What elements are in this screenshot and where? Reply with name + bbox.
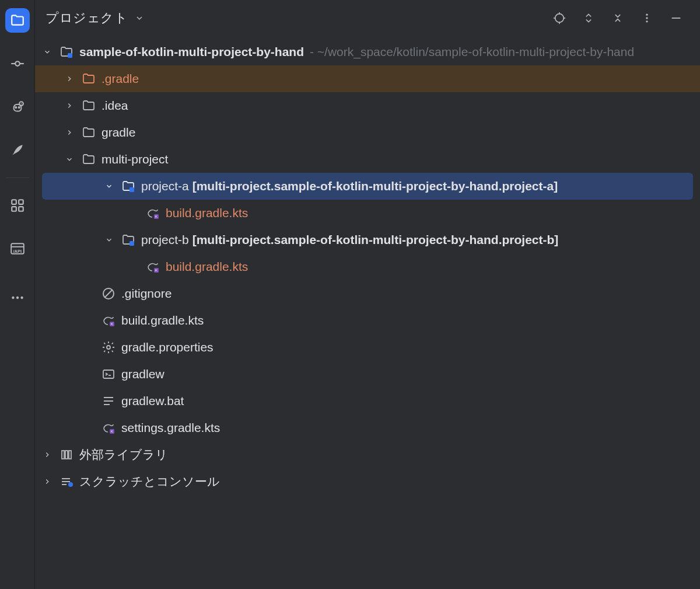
module-folder-icon [58,45,75,59]
tree-item-gradle-properties[interactable]: gradle.properties [35,334,700,361]
tree-item-label: multi-project [102,152,168,166]
tree-root[interactable]: sample-of-kotlin-multi-project-by-hand -… [35,39,700,65]
gradle-kts-icon: K [145,260,161,274]
gear-icon [100,340,117,354]
tree-item-label: build.gradle.kts [166,206,248,220]
svg-point-37 [107,346,110,349]
more-tool-button[interactable] [5,285,30,310]
svg-rect-7 [12,200,16,204]
svg-rect-38 [103,370,114,378]
svg-point-4 [18,107,19,108]
tree-item-scratches[interactable]: スクラッチとコンソール [35,468,700,495]
gradle-kts-icon: K [100,421,117,435]
chevron-down-icon [135,13,144,23]
tree-item-label: project-a [141,179,189,193]
svg-rect-8 [19,200,23,204]
folder-icon [80,72,97,86]
commit-tool-button[interactable] [5,51,30,76]
svg-point-3 [15,107,16,108]
chevron-down-icon [63,153,76,166]
api-tool-button[interactable]: /API [5,236,30,261]
svg-point-23 [646,17,648,19]
tree-item-idea[interactable]: .idea [35,92,700,119]
commit-icon [10,56,25,71]
tree-item-gradlew[interactable]: gradlew [35,361,700,388]
svg-point-14 [12,297,14,299]
module-folder-icon [120,179,136,193]
tree-item-gradle[interactable]: gradle [35,119,700,146]
chevron-down-icon [103,180,116,193]
tree-item-project-a[interactable]: project-a [multi-project.sample-of-kotli… [42,173,693,200]
minimize-icon [670,12,682,25]
ignore-icon [100,287,117,301]
svg-point-15 [16,297,18,299]
tree-item-label: gradlew [121,367,164,381]
tree-item-label: project-b [141,233,189,247]
svg-text:K: K [155,215,158,218]
svg-rect-26 [68,53,72,58]
text-file-icon [100,394,117,408]
svg-rect-46 [65,451,68,459]
project-tree: sample-of-kotlin-multi-project-by-hand -… [35,36,700,589]
chevron-down-icon [103,233,116,246]
tree-item-project-b[interactable]: project-b [multi-project.sample-of-kotli… [35,226,700,253]
chevron-down-icon [41,46,54,58]
tree-item-project-b-build[interactable]: K build.gradle.kts [35,253,700,280]
copilot-tool-button[interactable]: ? [5,95,30,119]
folder-icon [80,152,97,166]
tree-item-label: .idea [102,99,128,113]
tree-item-label: gradle.properties [121,340,214,354]
left-toolbar: ? /API [0,0,35,589]
ellipsis-icon [10,290,25,305]
svg-rect-27 [130,187,134,192]
panel-title-dropdown[interactable]: プロジェクト [46,9,144,27]
api-icon: /API [10,241,25,256]
gradle-kts-icon: K [145,206,161,220]
quill-icon [10,142,25,158]
quill-tool-button[interactable] [5,138,30,162]
tree-item-label: sample-of-kotlin-multi-project-by-hand [79,45,304,59]
tree-item-gitignore[interactable]: .gitignore [35,280,700,307]
svg-text:K: K [155,269,158,272]
tree-item-settings-gradle[interactable]: K settings.gradle.kts [35,414,700,441]
tree-item-label: .gradle [102,72,139,86]
tree-item-suffix: [multi-project.sample-of-kotlin-multi-pr… [192,233,559,247]
tree-item-gradle-hidden[interactable]: .gradle [35,65,700,92]
tree-item-build-gradle[interactable]: K build.gradle.kts [35,307,700,334]
toolbar-separator [6,177,29,178]
library-icon [58,448,75,462]
structure-tool-button[interactable] [5,193,30,218]
chevron-right-icon [41,475,54,488]
tree-item-label: gradlew.bat [121,394,184,408]
select-opened-file-button[interactable] [552,11,567,26]
structure-icon [10,198,25,213]
tree-item-label: build.gradle.kts [121,313,204,327]
svg-text:/API: /API [13,249,22,254]
svg-text:K: K [111,322,113,326]
expand-collapse-icon [583,12,594,24]
svg-point-17 [555,14,564,23]
hide-panel-button[interactable] [668,11,684,26]
svg-rect-47 [69,451,71,459]
scratch-icon [58,475,75,489]
collapse-all-button[interactable] [610,11,625,26]
panel-header: プロジェクト [35,0,700,36]
tree-item-label: .gitignore [121,287,172,301]
chevron-right-icon [63,99,76,112]
kebab-icon [641,12,653,24]
project-tool-button[interactable] [5,8,30,33]
tree-item-external-libraries[interactable]: 外部ライブラリ [35,441,700,468]
svg-rect-9 [12,207,16,211]
svg-rect-30 [130,241,134,246]
tree-item-label: build.gradle.kts [166,260,248,274]
expand-collapse-button[interactable] [581,11,596,26]
svg-point-22 [646,14,648,16]
panel-options-button[interactable] [639,11,654,26]
chevron-right-icon [63,126,76,139]
folder-icon [10,13,25,28]
svg-point-16 [20,297,23,299]
svg-point-24 [646,20,648,22]
tree-item-multi-project[interactable]: multi-project [35,146,700,173]
tree-item-project-a-build[interactable]: K build.gradle.kts [35,200,700,226]
tree-item-gradlew-bat[interactable]: gradlew.bat [35,388,700,414]
